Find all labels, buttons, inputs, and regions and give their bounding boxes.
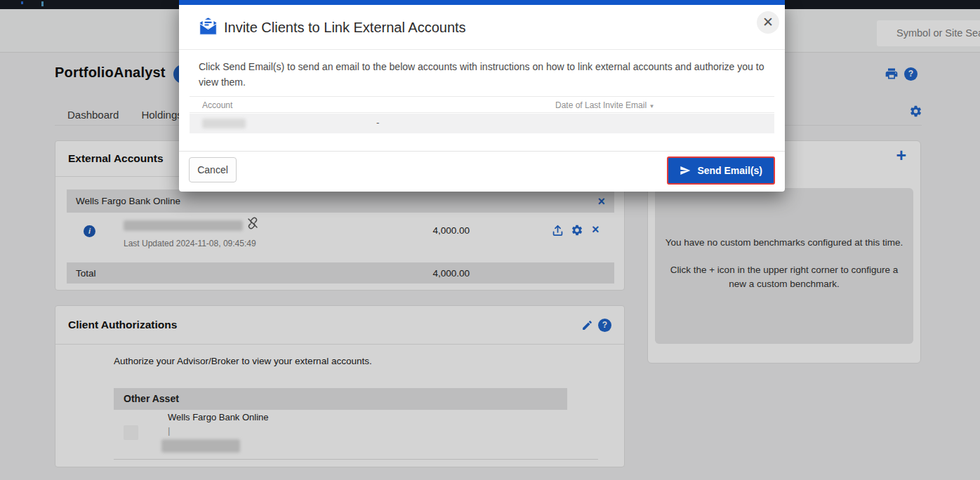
cancel-button[interactable]: Cancel xyxy=(189,157,237,182)
divider xyxy=(179,49,785,50)
send-plane-icon xyxy=(680,165,691,176)
modal-title: Invite Clients to Link External Accounts xyxy=(224,20,466,36)
send-emails-button[interactable]: Send Email(s) xyxy=(667,156,775,185)
column-header-date[interactable]: Date of Last Invite Email ▼ xyxy=(555,100,654,110)
modal-description: Click Send Email(s) to send an email to … xyxy=(199,59,764,90)
invite-clients-modal: Invite Clients to Link External Accounts… xyxy=(179,0,785,192)
modal-accent-bar xyxy=(179,0,785,5)
divider xyxy=(190,96,774,97)
open-envelope-icon xyxy=(199,17,218,36)
masked-account-name xyxy=(202,119,246,128)
column-header-date-label: Date of Last Invite Email xyxy=(555,100,647,110)
close-icon[interactable]: ✕ xyxy=(757,11,779,34)
screen: Symbol or Site Search PortfolioAnalyst ?… xyxy=(0,0,980,480)
divider xyxy=(190,112,774,113)
invite-table-row[interactable]: - xyxy=(190,114,774,133)
last-invite-date-value: - xyxy=(376,117,379,128)
divider xyxy=(179,151,785,152)
send-emails-label: Send Email(s) xyxy=(697,165,762,176)
column-header-account[interactable]: Account xyxy=(202,100,232,110)
sort-desc-icon: ▼ xyxy=(649,103,654,109)
